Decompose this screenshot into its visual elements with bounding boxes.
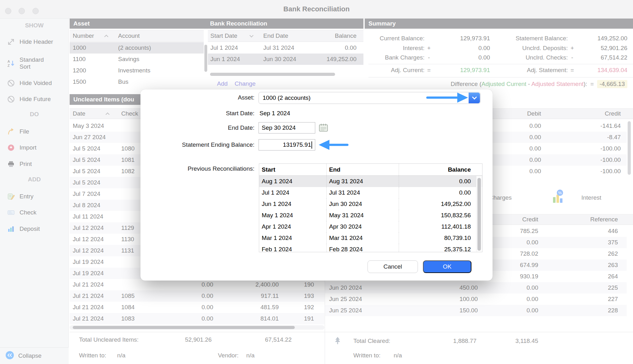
asset-dropdown-value: 1000 (2 accounts)	[263, 94, 311, 101]
previous-reconciliation-row[interactable]: Mar 1 2024 Mar 31 2024 80,739.10	[259, 232, 482, 244]
previous-table-scrollbar[interactable]	[476, 176, 482, 252]
ok-button[interactable]: OK	[423, 260, 471, 273]
statement-balance-label: Statement Ending Balance:	[140, 141, 254, 148]
previous-table-header[interactable]: Start End Balance	[259, 164, 482, 176]
previous-reconciliation-row[interactable]: Jun 1 2024 Jun 30 2024 149,252.00	[259, 198, 482, 210]
previous-reconciliation-row[interactable]: May 1 2024 May 31 2024 150,832.56	[259, 210, 482, 221]
text-caret	[311, 141, 312, 149]
statement-balance-input[interactable]: 131975.91	[259, 139, 315, 151]
scrollbar-thumb[interactable]	[477, 178, 481, 251]
end-date-input[interactable]: Sep 30 2024	[259, 122, 315, 134]
end-date-label: End Date:	[140, 124, 254, 131]
start-date-label: Start Date:	[140, 110, 254, 117]
previous-reconciliations-table: Start End Balance Aug 1 2024 Aug 31 2024…	[259, 163, 482, 252]
previous-reconciliation-row[interactable]: Aug 1 2024 Aug 31 2024 0.00	[259, 176, 482, 187]
previous-reconciliations-label: Previous Reconciliations:	[140, 165, 254, 172]
previous-reconciliation-row[interactable]: Feb 1 2024 Feb 28 2024 25,375.12	[259, 244, 482, 252]
asset-label: Asset:	[140, 94, 254, 101]
previous-reconciliation-row[interactable]: Apr 1 2024 Apr 30 2024 112,401.18	[259, 221, 482, 232]
asset-dropdown[interactable]: 1000 (2 accounts)	[259, 92, 481, 104]
col-start: Start	[259, 166, 326, 173]
col-end: End	[326, 164, 399, 175]
chevron-down-icon[interactable]	[469, 93, 480, 103]
start-date-value: Sep 1 2024	[259, 110, 290, 117]
col-balance: Balance	[399, 164, 482, 175]
cancel-button[interactable]: Cancel	[368, 260, 418, 273]
previous-table-rows: Aug 1 2024 Aug 31 2024 0.00 Jul 1 2024 J…	[259, 176, 482, 252]
reconciliation-dialog: Asset: 1000 (2 accounts) Start Date: Sep…	[140, 89, 493, 281]
previous-reconciliation-row[interactable]: Jul 1 2024 Jul 31 2024 0.00	[259, 187, 482, 198]
app-window: Bank Reconciliation SHOW Hide Header AZ …	[0, 0, 633, 364]
calendar-icon[interactable]	[319, 123, 328, 134]
